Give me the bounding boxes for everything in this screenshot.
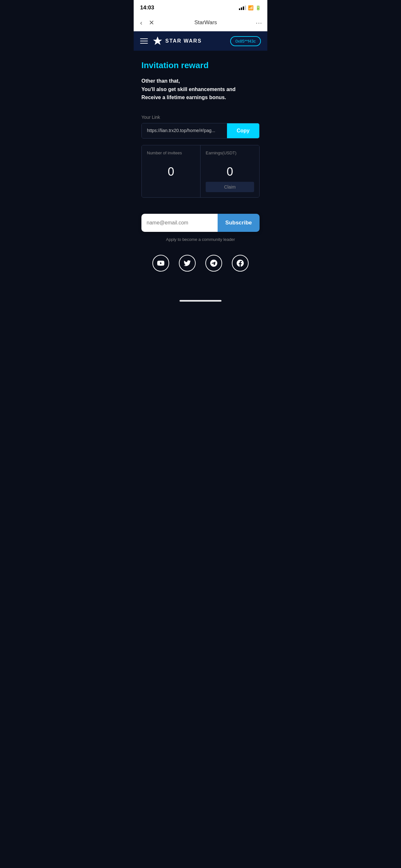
claim-button[interactable]: Claim <box>206 182 254 192</box>
subscribe-button[interactable]: Subscribe <box>218 214 259 232</box>
telegram-icon <box>210 259 217 267</box>
invitation-description: Other than that, You'll also get skill e… <box>142 77 259 102</box>
battery-icon: 🔋 <box>255 5 261 10</box>
telegram-button[interactable] <box>205 255 222 272</box>
hamburger-line-3 <box>140 43 148 43</box>
invitees-stat-card: Number of invitees 0 <box>142 145 201 197</box>
home-bar <box>180 300 221 302</box>
home-indicator <box>134 298 267 306</box>
wifi-icon: 📶 <box>248 5 253 10</box>
copy-button[interactable]: Copy <box>227 123 259 138</box>
hamburger-line-2 <box>140 41 148 41</box>
hamburger-menu[interactable] <box>140 38 148 43</box>
invitees-value: 0 <box>147 165 195 179</box>
invitation-title: Invitation reward <box>142 60 259 70</box>
logo-area: Star Wars <box>152 36 202 46</box>
svg-marker-0 <box>153 36 162 45</box>
link-url: https://lian.trx20.top/home/#/pag... <box>142 123 227 138</box>
logo-text: Star Wars <box>165 38 202 44</box>
email-input[interactable] <box>142 214 218 232</box>
youtube-icon <box>157 259 164 267</box>
facebook-button[interactable] <box>232 255 249 272</box>
twitter-icon <box>184 259 191 267</box>
main-content: Invitation reward Other than that, You'l… <box>134 51 267 298</box>
back-button[interactable]: ‹ <box>139 18 144 28</box>
stats-grid: Number of invitees 0 Earnings(USDT) 0 Cl… <box>142 145 259 197</box>
status-time: 14:03 <box>140 4 154 11</box>
app-header: Star Wars 0x85**f43c <box>134 31 267 51</box>
browser-bar: ‹ ✕ StarWars ··· <box>134 14 267 31</box>
header-left: Star Wars <box>140 36 202 46</box>
status-icons: 📶 🔋 <box>239 5 261 10</box>
social-icons <box>142 255 259 272</box>
invitees-label: Number of invitees <box>147 151 195 155</box>
hamburger-line-1 <box>140 38 148 39</box>
logo-icon <box>152 36 163 46</box>
earnings-stat-card: Earnings(USDT) 0 Claim <box>201 145 259 197</box>
link-container: https://lian.trx20.top/home/#/pag... Cop… <box>142 123 259 138</box>
earnings-label: Earnings(USDT) <box>206 151 254 155</box>
browser-title: StarWars <box>159 20 252 26</box>
twitter-button[interactable] <box>179 255 196 272</box>
community-text: Apply to become a community leader <box>142 237 259 242</box>
your-link-label: Your Link <box>142 115 259 120</box>
earnings-value: 0 <box>206 165 254 179</box>
wallet-address-button[interactable]: 0x85**f43c <box>230 36 261 46</box>
signal-icon <box>239 5 246 10</box>
close-button[interactable]: ✕ <box>148 18 156 28</box>
status-bar: 14:03 📶 🔋 <box>134 0 267 14</box>
youtube-button[interactable] <box>152 255 169 272</box>
browser-menu-button[interactable]: ··· <box>256 19 262 27</box>
subscribe-container: Subscribe <box>142 214 259 232</box>
facebook-icon <box>237 259 244 267</box>
